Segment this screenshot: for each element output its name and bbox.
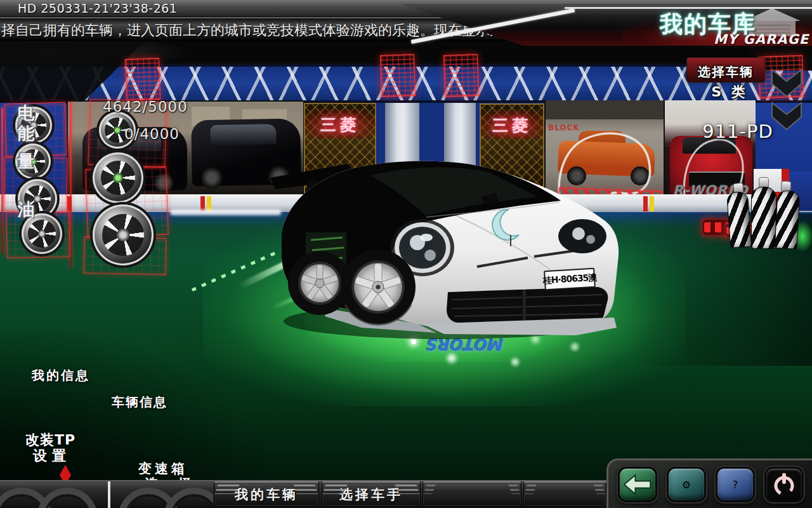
striped-bottle <box>751 187 776 249</box>
game-screen: 三菱 三菱 BLOCK R-WORLD <box>0 0 812 508</box>
status-label: HD 250331-21'23'38-261 <box>18 1 177 15</box>
intake-divider <box>523 290 526 323</box>
headlight-projector <box>424 250 436 261</box>
headlight-glint <box>420 234 433 241</box>
player-car[interactable] <box>266 157 622 342</box>
headlight-projector <box>572 227 585 240</box>
tab-empty[interactable] <box>422 481 521 507</box>
tab-my-vehicles[interactable]: 我的车辆 <box>214 481 319 507</box>
question-icon: ? <box>733 479 738 491</box>
counter-top: 4642/5000 <box>103 98 188 115</box>
menu-vehicle-info[interactable]: 车辆信息 <box>112 394 167 411</box>
chevron-down-icon[interactable] <box>769 69 804 135</box>
rack-red-line <box>1 108 3 254</box>
back-button[interactable] <box>617 465 658 504</box>
tab-empty[interactable] <box>523 481 606 507</box>
red-neon-decoration <box>125 58 160 101</box>
help-button-face: ? <box>717 469 753 500</box>
tab-select-driver-label: 选择车手 <box>339 486 403 504</box>
tab-select-driver[interactable]: 选择车手 <box>322 481 421 507</box>
striped-bottle <box>775 190 801 250</box>
menu-my-info[interactable]: 我的信息 <box>32 367 90 384</box>
poster-car-window <box>210 124 277 145</box>
striped-bottle <box>726 191 752 248</box>
bottom-bar-arcs <box>0 480 213 508</box>
gear-icon: ⚙ <box>682 479 691 491</box>
banner-text: 三菱 <box>481 115 543 136</box>
wall-sign-char: 电 <box>15 102 37 124</box>
rack-red-line <box>70 102 72 268</box>
power-button-face <box>766 469 802 500</box>
front-wheel <box>341 250 416 324</box>
bottom-bar-divider <box>108 481 110 508</box>
back-button-face <box>620 469 655 500</box>
counter-bottom: 0/4000 <box>124 126 180 142</box>
back-arrow-icon <box>624 474 652 495</box>
settings-button-face: ⚙ <box>669 469 704 500</box>
red-neon-decoration <box>443 54 479 97</box>
headlight-projector <box>586 235 595 244</box>
banner-text: 三菱 <box>305 114 375 135</box>
car-class-label: S 类 <box>695 83 764 102</box>
license-plate: 桂H·80635澳 <box>544 268 596 291</box>
alloy-wheel <box>93 152 143 203</box>
header-banner: 我的车库 MY GARAGE <box>355 4 812 47</box>
settings-button[interactable]: ⚙ <box>665 465 707 504</box>
band-tick <box>650 196 654 211</box>
alloy-wheel <box>93 204 154 265</box>
wall-sign-char: 能 <box>15 122 37 145</box>
select-vehicle-label[interactable]: 选择车辆 <box>689 64 763 81</box>
red-neon-decoration <box>380 54 416 97</box>
tab-my-vehicles-label: 我的车辆 <box>235 486 298 504</box>
menu-settings[interactable]: 设置 <box>33 446 71 465</box>
page-subtitle: MY GARAGE <box>628 32 809 47</box>
wall-sign-char: 油 <box>15 198 37 221</box>
wall-sign-char: 量 <box>15 150 37 173</box>
power-icon <box>772 472 796 497</box>
arc-decoration <box>164 488 213 508</box>
help-button[interactable]: ? <box>714 465 756 504</box>
light-streak <box>170 210 281 215</box>
band-tick <box>643 196 648 211</box>
arc-decoration <box>37 488 98 508</box>
power-button[interactable] <box>763 465 805 504</box>
poster-car-wheel <box>200 167 223 189</box>
